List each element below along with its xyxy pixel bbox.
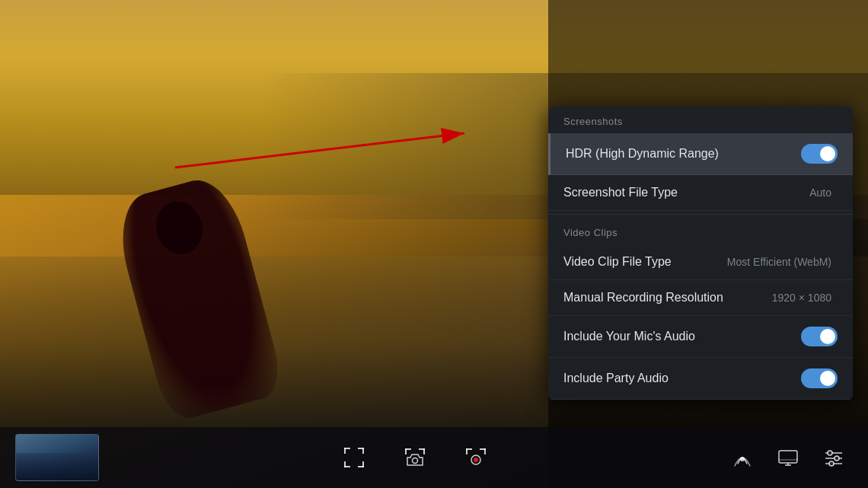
capture-frame-icon[interactable] [343, 446, 365, 469]
screenshot-file-type-label: Screenshot File Type [563, 186, 678, 199]
include-mic-audio-label: Include Your Mic's Audio [563, 330, 695, 343]
manual-recording-resolution-label: Manual Recording Resolution [563, 291, 723, 305]
screenshot-file-type-value: Auto [809, 187, 831, 199]
svg-rect-3 [344, 448, 346, 454]
svg-point-29 [828, 451, 832, 455]
camera-icon[interactable] [404, 447, 426, 468]
settings-panel: Screenshots HDR (High Dynamic Range) Scr… [548, 107, 853, 400]
svg-rect-22 [779, 451, 797, 463]
svg-rect-7 [344, 461, 346, 467]
video-clip-file-type-value: Most Efficient (WebM) [727, 256, 831, 268]
svg-rect-11 [405, 448, 407, 455]
manual-recording-resolution-item[interactable]: Manual Recording Resolution 1920 × 1080 [548, 280, 853, 316]
include-mic-audio-toggle[interactable] [801, 327, 838, 346]
bottom-center-controls [99, 446, 731, 469]
video-clips-section-header: Video Clips [548, 218, 853, 244]
game-thumbnail[interactable] [15, 434, 99, 481]
screenshots-section-header: Screenshots [548, 107, 853, 133]
section-divider [548, 214, 853, 215]
screenshot-file-type-item[interactable]: Screenshot File Type Auto [548, 175, 853, 211]
svg-point-31 [829, 461, 834, 466]
bottom-right-controls [731, 447, 845, 468]
video-clip-file-type-label: Video Clip File Type [563, 255, 672, 269]
hdr-toggle[interactable] [801, 144, 838, 164]
svg-rect-16 [466, 448, 468, 455]
svg-rect-18 [484, 448, 486, 455]
hdr-setting-item[interactable]: HDR (High Dynamic Range) [548, 133, 853, 175]
svg-point-20 [474, 458, 478, 462]
svg-rect-13 [423, 448, 425, 455]
settings-sliders-icon[interactable] [822, 447, 845, 468]
include-mic-audio-item[interactable]: Include Your Mic's Audio [548, 316, 853, 358]
hdr-label: HDR (High Dynamic Range) [566, 147, 719, 161]
display-icon[interactable] [777, 447, 799, 468]
svg-point-14 [413, 458, 418, 464]
include-party-audio-label: Include Party Audio [563, 372, 669, 385]
include-party-audio-item[interactable]: Include Party Audio [548, 358, 853, 400]
svg-rect-5 [362, 448, 364, 454]
svg-rect-9 [362, 461, 364, 467]
broadcast-icon[interactable] [731, 447, 754, 468]
include-party-audio-toggle[interactable] [801, 368, 838, 388]
svg-point-30 [834, 456, 839, 461]
manual-recording-resolution-value: 1920 × 1080 [772, 292, 831, 304]
bottom-bar [0, 427, 868, 488]
record-icon[interactable] [464, 447, 487, 468]
video-clip-file-type-item[interactable]: Video Clip File Type Most Efficient (Web… [548, 244, 853, 280]
